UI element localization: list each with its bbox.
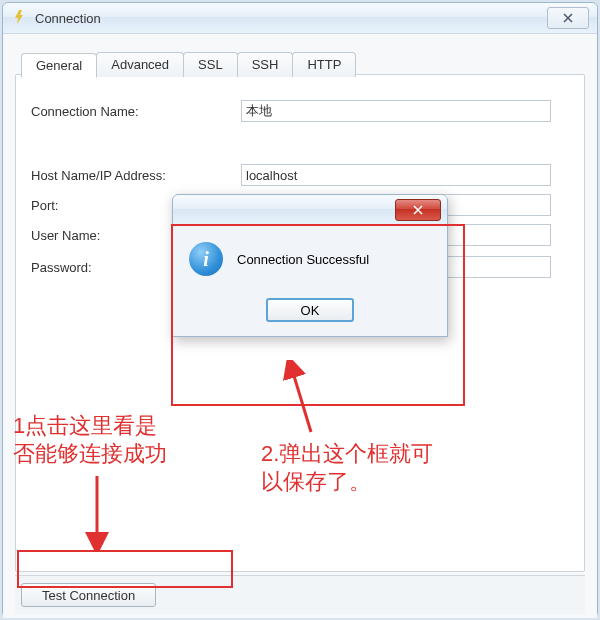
host-input[interactable] <box>241 164 551 186</box>
titlebar: Connection <box>3 3 597 34</box>
tab-general[interactable]: General <box>21 53 97 78</box>
dialog-message: Connection Successful <box>237 252 369 267</box>
close-icon <box>563 13 573 23</box>
ok-button[interactable]: OK <box>266 298 354 322</box>
dialog-button-row: OK <box>189 298 431 322</box>
close-icon <box>413 205 423 215</box>
dialog-body: i Connection Successful OK <box>172 226 448 337</box>
tab-http[interactable]: HTTP <box>292 52 356 77</box>
test-connection-button[interactable]: Test Connection <box>21 583 156 607</box>
tab-ssh[interactable]: SSH <box>237 52 294 77</box>
dialog-close-button[interactable] <box>395 199 441 221</box>
connection-name-label: Connection Name: <box>31 104 241 119</box>
connection-name-input[interactable] <box>241 100 551 122</box>
tab-strip: General Advanced SSL SSH HTTP <box>21 52 355 77</box>
tab-ssl[interactable]: SSL <box>183 52 238 77</box>
connection-result-dialog: i Connection Successful OK <box>172 194 448 337</box>
row-connection-name: Connection Name: <box>31 100 551 122</box>
host-label: Host Name/IP Address: <box>31 168 241 183</box>
dialog-message-row: i Connection Successful <box>189 242 431 276</box>
window-close-button[interactable] <box>547 7 589 29</box>
window-title: Connection <box>35 11 101 26</box>
tab-advanced[interactable]: Advanced <box>96 52 184 77</box>
info-icon: i <box>189 242 223 276</box>
row-host: Host Name/IP Address: <box>31 164 551 186</box>
dialog-titlebar <box>172 194 448 226</box>
bottom-bar: Test Connection <box>15 575 585 614</box>
plug-icon <box>13 9 29 28</box>
